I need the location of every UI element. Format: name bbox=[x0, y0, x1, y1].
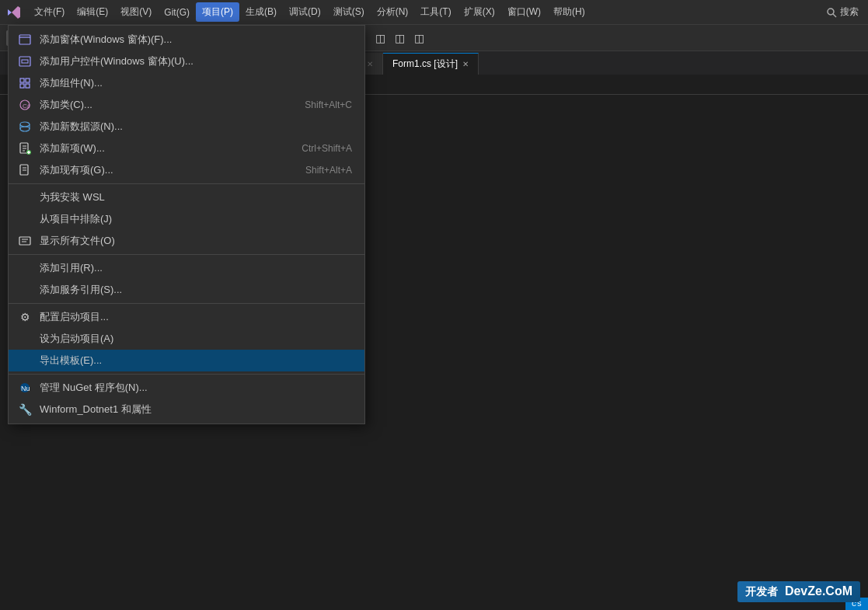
menu-add-component[interactable]: 添加组件(N)... bbox=[9, 72, 364, 94]
set-startup-label: 设为启动项目(A) bbox=[40, 332, 352, 346]
exclude-label: 从项目中排除(J) bbox=[40, 212, 352, 226]
tab-close-icon-2[interactable]: ✕ bbox=[462, 60, 469, 68]
menu-view[interactable]: 视图(V) bbox=[114, 2, 158, 22]
menu-add-class[interactable]: C# 添加类(C)... Shift+Alt+C bbox=[9, 94, 364, 116]
properties-icon: 🔧 bbox=[16, 401, 33, 418]
menu-project[interactable]: 项目(P) bbox=[196, 2, 239, 22]
properties-label: Winform_Dotnet1 和属性 bbox=[40, 403, 352, 417]
menu-add-form[interactable]: 添加窗体(Windows 窗体)(F)... bbox=[9, 29, 364, 51]
show-all-files-label: 显示所有文件(O) bbox=[40, 234, 352, 248]
svg-rect-6 bbox=[19, 35, 30, 44]
menu-add-datasource[interactable]: 添加新数据源(N)... bbox=[9, 116, 364, 138]
svg-point-19 bbox=[20, 127, 30, 131]
search-bar[interactable]: 搜索 bbox=[820, 4, 865, 20]
menu-configure-startup[interactable]: ⚙ 配置启动项目... bbox=[9, 306, 364, 328]
svg-point-16 bbox=[20, 122, 30, 127]
add-datasource-label: 添加新数据源(N)... bbox=[40, 120, 352, 134]
menu-analyze[interactable]: 分析(N) bbox=[371, 2, 415, 22]
menu-help[interactable]: 帮助(H) bbox=[547, 2, 591, 22]
add-existing-item-label: 添加现有项(G)... bbox=[40, 163, 305, 177]
watermark-cn-text: 开发者 bbox=[745, 585, 778, 598]
add-new-item-icon bbox=[16, 140, 33, 157]
menubar: 文件(F) 编辑(E) 视图(V) Git(G) 项目(P) 生成(B) 调试(… bbox=[0, 0, 868, 25]
show-all-files-icon bbox=[16, 232, 33, 249]
menu-extensions[interactable]: 扩展(X) bbox=[458, 2, 501, 22]
svg-rect-10 bbox=[20, 78, 24, 82]
add-usercontrol-label: 添加用户控件(Windows 窗体)(U)... bbox=[40, 54, 352, 68]
menu-set-startup[interactable]: 设为启动项目(A) bbox=[9, 328, 364, 350]
separator-2 bbox=[9, 254, 364, 255]
tab-label: Form1.cs [设计] bbox=[392, 58, 458, 71]
menu-debug[interactable]: 调试(D) bbox=[283, 2, 327, 22]
svg-rect-30 bbox=[19, 237, 30, 245]
add-class-label: 添加类(C)... bbox=[40, 98, 305, 112]
menu-exclude-from-project[interactable]: 从项目中排除(J) bbox=[9, 208, 364, 230]
menu-file[interactable]: 文件(F) bbox=[28, 2, 71, 22]
install-wsl-label: 为我安装 WSL bbox=[40, 190, 352, 204]
add-existing-item-shortcut: Shift+Alt+A bbox=[305, 165, 352, 176]
add-new-item-label: 添加新项(W)... bbox=[40, 141, 302, 155]
separator-3 bbox=[9, 303, 364, 304]
svg-rect-11 bbox=[26, 78, 30, 82]
svg-rect-8 bbox=[19, 57, 30, 66]
add-form-icon bbox=[16, 31, 33, 48]
menu-show-all-files[interactable]: 显示所有文件(O) bbox=[9, 230, 364, 252]
separator-1 bbox=[9, 183, 364, 184]
watermark-en-text: DevZe.CoM bbox=[785, 584, 852, 598]
tab-form1-design[interactable]: Form1.cs [设计] ✕ bbox=[383, 53, 479, 75]
add-component-label: 添加组件(N)... bbox=[40, 76, 352, 90]
project-dropdown-menu: 添加窗体(Windows 窗体)(F)... 添加用户控件(Windows 窗体… bbox=[8, 25, 365, 424]
add-datasource-icon bbox=[16, 118, 33, 135]
svg-text:C#: C# bbox=[23, 103, 31, 110]
tab-close-icon-1[interactable]: ✕ bbox=[367, 60, 373, 68]
add-existing-item-icon bbox=[16, 162, 33, 179]
add-class-shortcut: Shift+Alt+C bbox=[305, 99, 352, 110]
configure-startup-label: 配置启动项目... bbox=[40, 310, 352, 324]
watermark: 开发者 DevZe.CoM bbox=[737, 581, 860, 602]
nuget-icon: Nu bbox=[16, 379, 33, 396]
add-class-icon: C# bbox=[16, 96, 33, 113]
svg-rect-13 bbox=[26, 84, 30, 88]
toolbar-btn-9[interactable]: ◫ bbox=[372, 30, 389, 46]
menu-manage-nuget[interactable]: Nu 管理 NuGet 程序包(N)... bbox=[9, 377, 364, 399]
add-reference-label: 添加引用(R)... bbox=[40, 261, 352, 275]
svg-rect-9 bbox=[22, 60, 28, 63]
vs-logo bbox=[3, 2, 25, 23]
menu-add-service-reference[interactable]: 添加服务引用(S)... bbox=[9, 279, 364, 301]
menu-build[interactable]: 生成(B) bbox=[239, 2, 283, 22]
menu-add-usercontrol[interactable]: 添加用户控件(Windows 窗体)(U)... bbox=[9, 51, 364, 72]
menu-export-template[interactable]: 导出模板(E)... bbox=[9, 350, 364, 371]
menu-git[interactable]: Git(G) bbox=[158, 4, 196, 21]
manage-nuget-label: 管理 NuGet 程序包(N)... bbox=[40, 381, 352, 395]
add-component-icon bbox=[16, 75, 33, 92]
add-service-reference-label: 添加服务引用(S)... bbox=[40, 283, 352, 297]
svg-line-1 bbox=[833, 14, 836, 17]
add-usercontrol-icon bbox=[16, 53, 33, 70]
svg-text:Nu: Nu bbox=[21, 385, 30, 392]
toolbar-btn-11[interactable]: ◫ bbox=[411, 30, 427, 46]
separator-4 bbox=[9, 374, 364, 375]
add-new-item-shortcut: Ctrl+Shift+A bbox=[302, 143, 352, 154]
menu-window[interactable]: 窗口(W) bbox=[501, 2, 547, 22]
add-form-label: 添加窗体(Windows 窗体)(F)... bbox=[40, 33, 352, 47]
menu-add-new-item[interactable]: 添加新项(W)... Ctrl+Shift+A bbox=[9, 138, 364, 159]
menu-install-wsl[interactable]: 为我安装 WSL bbox=[9, 186, 364, 208]
configure-startup-icon: ⚙ bbox=[16, 308, 33, 326]
toolbar-btn-10[interactable]: ◫ bbox=[392, 30, 408, 46]
menu-edit[interactable]: 编辑(E) bbox=[71, 2, 114, 22]
export-template-label: 导出模板(E)... bbox=[40, 354, 352, 368]
svg-point-0 bbox=[828, 9, 834, 15]
search-label: 搜索 bbox=[840, 5, 859, 19]
menu-add-reference[interactable]: 添加引用(R)... bbox=[9, 257, 364, 279]
menu-tools[interactable]: 工具(T) bbox=[414, 2, 457, 22]
menu-test[interactable]: 测试(S) bbox=[327, 2, 371, 22]
svg-rect-12 bbox=[20, 84, 24, 88]
menu-properties[interactable]: 🔧 Winform_Dotnet1 和属性 bbox=[9, 399, 364, 420]
menu-add-existing-item[interactable]: 添加现有项(G)... Shift+Alt+A bbox=[9, 159, 364, 181]
